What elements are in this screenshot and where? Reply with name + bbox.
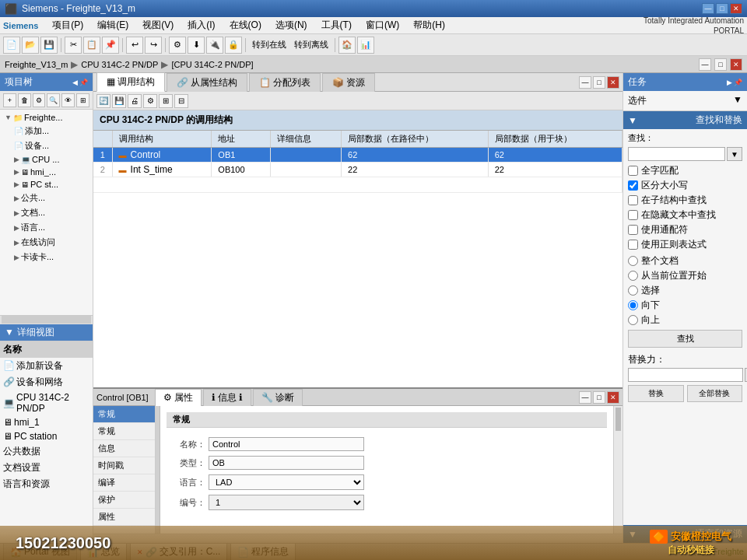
cs-settings-btn[interactable]: ⚙: [143, 94, 157, 108]
status-tab-crossref[interactable]: ✕ 🔗 交叉引用：C...: [130, 543, 228, 560]
minimize-button[interactable]: —: [702, 3, 714, 14]
wildcard-checkbox[interactable]: [628, 225, 638, 235]
detail-item-add-device[interactable]: 📄 添加新设备: [0, 358, 93, 374]
casesensitive-checkbox[interactable]: [628, 180, 638, 191]
menu-project[interactable]: 项目(P): [46, 17, 89, 33]
props-name-input[interactable]: [209, 437, 364, 451]
tree-properties-button[interactable]: ⚙: [33, 93, 46, 107]
props-nav-attributes[interactable]: 属性: [93, 509, 155, 526]
tree-item-cpu[interactable]: ▶ 💻 CPU ...: [2, 153, 91, 166]
up-radio[interactable]: [628, 315, 638, 325]
detail-item-commondata[interactable]: 公共数据: [0, 443, 93, 460]
cs-print-btn[interactable]: 🖨: [128, 94, 142, 108]
detail-item-pcstation[interactable]: 🖥 PC station: [0, 429, 93, 443]
cs-save-btn[interactable]: 💾: [112, 94, 126, 108]
tree-item-online[interactable]: ▶ 在线访问: [2, 235, 91, 250]
from-current-radio[interactable]: [628, 271, 638, 281]
props-nav-info[interactable]: 信息: [93, 440, 155, 457]
content-minimize-btn[interactable]: —: [579, 76, 591, 89]
portal-switch-button[interactable]: 🏠: [338, 37, 356, 54]
lang-resources-header[interactable]: ▼ 语言和资源: [623, 525, 747, 543]
open-button[interactable]: 📂: [22, 37, 39, 54]
tree-item-common[interactable]: ▶ 公共...: [2, 191, 91, 205]
hidden-text-checkbox[interactable]: [628, 210, 638, 220]
table-row[interactable]: 1 ▬ Control OB1 62 62: [93, 148, 622, 163]
props-lang-select[interactable]: LAD STL FBD: [209, 474, 364, 490]
find-replace-header[interactable]: ▼ 查找和替换: [623, 111, 747, 129]
tree-item-freighte[interactable]: ▼ 📁 Freighte...: [2, 111, 91, 124]
replace-button[interactable]: 替换: [628, 385, 684, 402]
compile-button[interactable]: ⚙: [169, 37, 186, 54]
tab-from-attribute[interactable]: 🔗 从属性结构: [167, 73, 247, 92]
cs-refresh-btn[interactable]: 🔄: [96, 94, 110, 108]
detail-item-cpu[interactable]: 💻 CPU 314C-2 PN/DP: [0, 390, 93, 415]
bottom-minimize-btn[interactable]: —: [579, 391, 591, 404]
down-radio[interactable]: [628, 300, 638, 310]
props-num-select[interactable]: 1: [209, 495, 364, 510]
undo-button[interactable]: ↩: [126, 37, 143, 54]
replace-input[interactable]: [628, 368, 743, 382]
cs-expand-btn[interactable]: ⊞: [159, 94, 173, 108]
download-button[interactable]: ⬇: [188, 37, 205, 54]
bottom-scrollbar-v[interactable]: [613, 406, 622, 534]
substructure-checkbox[interactable]: [628, 195, 638, 205]
save-button[interactable]: 💾: [40, 37, 58, 54]
whole-doc-radio[interactable]: [628, 256, 638, 266]
detail-item-langres[interactable]: 语言和资源: [0, 476, 93, 492]
find-input[interactable]: [628, 147, 725, 161]
props-nav-general[interactable]: 常规: [93, 423, 155, 440]
props-nav-general-top[interactable]: 常规: [93, 406, 155, 423]
tab-call-structure[interactable]: ▦ 调用结构: [96, 72, 165, 92]
maximize-button[interactable]: □: [716, 3, 728, 14]
tab-diagnostics[interactable]: 🔧 诊断: [253, 389, 303, 406]
tree-item-hmi[interactable]: ▶ 🖥 hmi_...: [2, 166, 91, 178]
tree-item-docs[interactable]: ▶ 文档...: [2, 205, 91, 220]
find-button[interactable]: 查找: [628, 330, 742, 348]
tab-properties[interactable]: ⚙ 属性: [155, 389, 202, 406]
menu-window[interactable]: 窗口(W): [359, 17, 405, 33]
tree-search-button[interactable]: 🔍: [47, 93, 60, 107]
tree-item-devices[interactable]: 📄 设备...: [2, 138, 91, 153]
props-nav-timestamp[interactable]: 时间戳: [93, 457, 155, 474]
menu-help[interactable]: 帮助(H): [407, 17, 451, 33]
props-type-input[interactable]: [209, 456, 364, 470]
menu-insert[interactable]: 插入(I): [181, 17, 221, 33]
window-minimize-button[interactable]: —: [699, 58, 711, 71]
tab-resources[interactable]: 📦 资源: [322, 73, 375, 92]
props-nav-compile[interactable]: 编译: [93, 474, 155, 492]
window-close-button[interactable]: ✕: [730, 58, 742, 71]
menu-tools[interactable]: 工具(T): [315, 17, 358, 33]
regex-checkbox[interactable]: [628, 240, 638, 250]
status-tab-proginfo[interactable]: 📄 程序信息: [230, 543, 296, 560]
project-switch-button[interactable]: 📊: [357, 37, 374, 54]
content-maximize-btn[interactable]: □: [593, 76, 605, 89]
tab-info[interactable]: ℹ 信息 ℹ: [203, 389, 251, 406]
tree-item-card[interactable]: ▶ 卡读卡...: [2, 250, 91, 264]
table-row[interactable]: 2 ▬ Int S_time OB100 22 22: [93, 163, 622, 177]
tree-expand-button[interactable]: ⊞: [76, 93, 89, 107]
online-button[interactable]: 🔌: [206, 37, 223, 54]
props-nav-protection[interactable]: 保护: [93, 492, 155, 509]
menu-options[interactable]: 选项(N): [269, 17, 314, 33]
detail-view-toggle[interactable]: ▼ 详细视图: [0, 324, 93, 341]
content-close-btn[interactable]: ✕: [607, 76, 619, 89]
find-dropdown-btn[interactable]: ▼: [727, 147, 742, 161]
tab-allocation-list[interactable]: 📋 分配列表: [249, 73, 321, 92]
window-maximize-button[interactable]: □: [714, 58, 727, 71]
detail-item-hmi1[interactable]: 🖥 hmi_1: [0, 415, 93, 429]
status-tab-overview[interactable]: 📊 总览: [80, 543, 127, 560]
tree-item-add[interactable]: 📄 添加...: [2, 124, 91, 138]
right-pin-icon[interactable]: 📌: [734, 79, 742, 86]
replace-all-button[interactable]: 全部替换: [687, 385, 743, 402]
menu-edit[interactable]: 编辑(E): [91, 17, 135, 33]
redo-button[interactable]: ↪: [145, 37, 162, 54]
cut-button[interactable]: ✂: [65, 37, 82, 54]
selection-radio[interactable]: [628, 285, 638, 296]
tree-pin-icon[interactable]: 📌: [79, 79, 88, 86]
bottom-maximize-btn[interactable]: □: [593, 391, 605, 404]
new-button[interactable]: 📄: [3, 37, 20, 54]
tree-collapse-icon[interactable]: ◀: [72, 79, 78, 86]
fullword-checkbox[interactable]: [628, 166, 638, 176]
menu-view[interactable]: 视图(V): [136, 17, 180, 33]
offline-button[interactable]: 🔒: [225, 37, 242, 54]
